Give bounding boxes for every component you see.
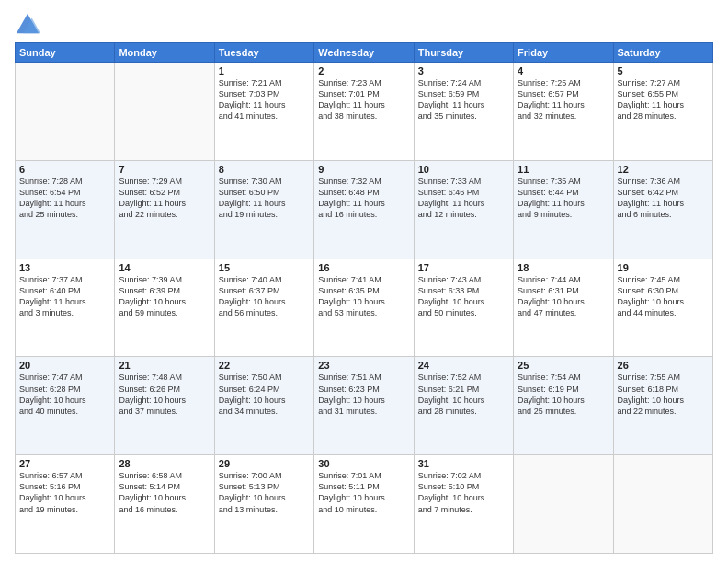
day-number: 5 (618, 65, 709, 76)
day-info: Sunrise: 7:41 AM Sunset: 6:35 PM Dayligh… (318, 274, 409, 319)
calendar-cell: 25Sunrise: 7:54 AM Sunset: 6:19 PM Dayli… (514, 357, 613, 455)
day-number: 14 (119, 262, 210, 273)
calendar-cell: 17Sunrise: 7:43 AM Sunset: 6:33 PM Dayli… (414, 259, 513, 357)
calendar-week-row: 1Sunrise: 7:21 AM Sunset: 7:03 PM Daylig… (16, 63, 713, 161)
calendar-cell: 11Sunrise: 7:35 AM Sunset: 6:44 PM Dayli… (514, 160, 613, 259)
day-info: Sunrise: 7:50 AM Sunset: 6:24 PM Dayligh… (219, 372, 310, 417)
calendar-cell: 10Sunrise: 7:33 AM Sunset: 6:46 PM Dayli… (414, 160, 513, 259)
calendar-cell: 26Sunrise: 7:55 AM Sunset: 6:18 PM Dayli… (613, 357, 712, 455)
calendar-cell: 31Sunrise: 7:02 AM Sunset: 5:10 PM Dayli… (414, 455, 513, 554)
day-info: Sunrise: 7:55 AM Sunset: 6:18 PM Dayligh… (618, 372, 709, 417)
day-info: Sunrise: 7:24 AM Sunset: 6:59 PM Dayligh… (418, 77, 509, 122)
day-number: 13 (19, 262, 110, 273)
calendar-cell: 21Sunrise: 7:48 AM Sunset: 6:26 PM Dayli… (115, 357, 214, 455)
calendar-week-row: 13Sunrise: 7:37 AM Sunset: 6:40 PM Dayli… (16, 259, 713, 357)
calendar-cell: 28Sunrise: 6:58 AM Sunset: 5:14 PM Dayli… (115, 455, 214, 554)
header (15, 11, 713, 37)
day-number: 18 (518, 262, 609, 273)
day-number: 4 (518, 65, 609, 76)
day-header-thursday: Thursday (414, 43, 513, 63)
calendar-cell: 20Sunrise: 7:47 AM Sunset: 6:28 PM Dayli… (16, 357, 115, 455)
day-info: Sunrise: 6:58 AM Sunset: 5:14 PM Dayligh… (119, 470, 210, 515)
day-info: Sunrise: 7:39 AM Sunset: 6:39 PM Dayligh… (119, 274, 210, 319)
calendar-cell: 29Sunrise: 7:00 AM Sunset: 5:13 PM Dayli… (214, 455, 313, 554)
day-info: Sunrise: 7:44 AM Sunset: 6:31 PM Dayligh… (518, 274, 609, 319)
day-info: Sunrise: 7:36 AM Sunset: 6:42 PM Dayligh… (618, 176, 709, 221)
day-number: 19 (618, 262, 709, 273)
logo (15, 11, 44, 37)
calendar-table: SundayMondayTuesdayWednesdayThursdayFrid… (15, 42, 713, 554)
day-info: Sunrise: 7:40 AM Sunset: 6:37 PM Dayligh… (219, 274, 310, 319)
calendar-cell: 3Sunrise: 7:24 AM Sunset: 6:59 PM Daylig… (414, 63, 513, 161)
day-number: 15 (219, 262, 310, 273)
calendar-cell: 8Sunrise: 7:30 AM Sunset: 6:50 PM Daylig… (214, 160, 313, 259)
day-number: 27 (19, 458, 110, 469)
calendar-cell (514, 455, 613, 554)
day-header-tuesday: Tuesday (214, 43, 313, 63)
day-number: 1 (219, 65, 310, 76)
day-info: Sunrise: 7:02 AM Sunset: 5:10 PM Dayligh… (418, 470, 509, 515)
calendar-week-row: 27Sunrise: 6:57 AM Sunset: 5:16 PM Dayli… (16, 455, 713, 554)
day-number: 3 (418, 65, 509, 76)
calendar-cell: 13Sunrise: 7:37 AM Sunset: 6:40 PM Dayli… (16, 259, 115, 357)
logo-icon (15, 11, 40, 37)
calendar-cell: 7Sunrise: 7:29 AM Sunset: 6:52 PM Daylig… (115, 160, 214, 259)
calendar-cell: 30Sunrise: 7:01 AM Sunset: 5:11 PM Dayli… (314, 455, 414, 554)
calendar-cell: 16Sunrise: 7:41 AM Sunset: 6:35 PM Dayli… (314, 259, 414, 357)
day-number: 16 (318, 262, 409, 273)
calendar-week-row: 20Sunrise: 7:47 AM Sunset: 6:28 PM Dayli… (16, 357, 713, 455)
day-header-sunday: Sunday (16, 43, 115, 63)
day-info: Sunrise: 7:27 AM Sunset: 6:55 PM Dayligh… (618, 77, 709, 122)
calendar-cell: 2Sunrise: 7:23 AM Sunset: 7:01 PM Daylig… (314, 63, 414, 161)
day-header-friday: Friday (514, 43, 613, 63)
day-info: Sunrise: 7:35 AM Sunset: 6:44 PM Dayligh… (518, 176, 609, 221)
day-info: Sunrise: 7:37 AM Sunset: 6:40 PM Dayligh… (19, 274, 110, 319)
day-info: Sunrise: 6:57 AM Sunset: 5:16 PM Dayligh… (19, 470, 110, 515)
day-number: 31 (418, 458, 509, 469)
day-header-monday: Monday (115, 43, 214, 63)
day-number: 30 (318, 458, 409, 469)
day-info: Sunrise: 7:32 AM Sunset: 6:48 PM Dayligh… (318, 176, 409, 221)
day-info: Sunrise: 7:30 AM Sunset: 6:50 PM Dayligh… (219, 176, 310, 221)
day-info: Sunrise: 7:52 AM Sunset: 6:21 PM Dayligh… (418, 372, 509, 417)
day-number: 2 (318, 65, 409, 76)
day-number: 20 (19, 360, 110, 371)
day-number: 10 (418, 164, 509, 175)
calendar-cell: 1Sunrise: 7:21 AM Sunset: 7:03 PM Daylig… (214, 63, 313, 161)
day-info: Sunrise: 7:43 AM Sunset: 6:33 PM Dayligh… (418, 274, 509, 319)
day-number: 6 (19, 164, 110, 175)
day-info: Sunrise: 7:01 AM Sunset: 5:11 PM Dayligh… (318, 470, 409, 515)
day-number: 22 (219, 360, 310, 371)
calendar-cell: 9Sunrise: 7:32 AM Sunset: 6:48 PM Daylig… (314, 160, 414, 259)
day-number: 29 (219, 458, 310, 469)
day-number: 28 (119, 458, 210, 469)
day-number: 23 (318, 360, 409, 371)
calendar-cell: 24Sunrise: 7:52 AM Sunset: 6:21 PM Dayli… (414, 357, 513, 455)
calendar-cell: 12Sunrise: 7:36 AM Sunset: 6:42 PM Dayli… (613, 160, 712, 259)
calendar-cell: 23Sunrise: 7:51 AM Sunset: 6:23 PM Dayli… (314, 357, 414, 455)
day-info: Sunrise: 7:00 AM Sunset: 5:13 PM Dayligh… (219, 470, 310, 515)
day-info: Sunrise: 7:23 AM Sunset: 7:01 PM Dayligh… (318, 77, 409, 122)
calendar-cell: 6Sunrise: 7:28 AM Sunset: 6:54 PM Daylig… (16, 160, 115, 259)
day-info: Sunrise: 7:29 AM Sunset: 6:52 PM Dayligh… (119, 176, 210, 221)
calendar-cell: 4Sunrise: 7:25 AM Sunset: 6:57 PM Daylig… (514, 63, 613, 161)
calendar-header-row: SundayMondayTuesdayWednesdayThursdayFrid… (16, 43, 713, 63)
day-info: Sunrise: 7:45 AM Sunset: 6:30 PM Dayligh… (618, 274, 709, 319)
day-header-saturday: Saturday (613, 43, 712, 63)
calendar-cell: 22Sunrise: 7:50 AM Sunset: 6:24 PM Dayli… (214, 357, 313, 455)
calendar-week-row: 6Sunrise: 7:28 AM Sunset: 6:54 PM Daylig… (16, 160, 713, 259)
calendar-cell (613, 455, 712, 554)
day-info: Sunrise: 7:25 AM Sunset: 6:57 PM Dayligh… (518, 77, 609, 122)
calendar-cell: 19Sunrise: 7:45 AM Sunset: 6:30 PM Dayli… (613, 259, 712, 357)
calendar-cell: 14Sunrise: 7:39 AM Sunset: 6:39 PM Dayli… (115, 259, 214, 357)
day-number: 24 (418, 360, 509, 371)
calendar-cell (16, 63, 115, 161)
day-info: Sunrise: 7:47 AM Sunset: 6:28 PM Dayligh… (19, 372, 110, 417)
day-number: 9 (318, 164, 409, 175)
calendar-cell: 18Sunrise: 7:44 AM Sunset: 6:31 PM Dayli… (514, 259, 613, 357)
day-number: 11 (518, 164, 609, 175)
day-info: Sunrise: 7:28 AM Sunset: 6:54 PM Dayligh… (19, 176, 110, 221)
day-number: 8 (219, 164, 310, 175)
day-info: Sunrise: 7:21 AM Sunset: 7:03 PM Dayligh… (219, 77, 310, 122)
page: SundayMondayTuesdayWednesdayThursdayFrid… (0, 0, 728, 563)
